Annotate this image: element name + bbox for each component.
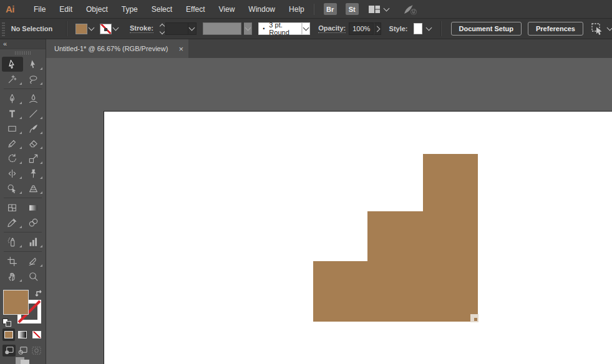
color-button[interactable] — [2, 328, 15, 341]
gradient-tool[interactable] — [23, 200, 44, 215]
swap-fill-stroke-icon[interactable] — [34, 289, 44, 298]
line-segment-tool[interactable] — [23, 106, 44, 121]
curvature-tool[interactable] — [23, 91, 44, 106]
tools-panel: « — [0, 39, 46, 364]
gpu-performance-button[interactable] — [402, 2, 419, 16]
menu-item-edit[interactable]: Edit — [52, 5, 79, 14]
flyout-indicator — [19, 226, 22, 228]
type-tool[interactable] — [2, 106, 23, 121]
pen-tool[interactable] — [2, 91, 23, 106]
gradient-icon — [27, 202, 39, 214]
menu-item-effect[interactable]: Effect — [179, 5, 211, 14]
selection-tool[interactable] — [2, 57, 23, 72]
fill-proxy-swatch[interactable] — [3, 290, 29, 315]
draw-inside-icon — [32, 347, 41, 355]
menu-item-select[interactable]: Select — [145, 5, 179, 14]
select-similar-control[interactable] — [590, 22, 612, 35]
draw-behind-button[interactable] — [16, 345, 29, 357]
width-tool[interactable] — [2, 166, 23, 181]
rectangle-icon — [6, 123, 18, 135]
stepper-down-icon[interactable] — [160, 29, 165, 34]
lasso-tool[interactable] — [23, 72, 44, 87]
symbol-sprayer-tool[interactable] — [2, 234, 23, 249]
document-setup-button[interactable]: Document Setup — [451, 22, 522, 36]
eyedropper-tool[interactable] — [2, 215, 23, 230]
none-button[interactable] — [31, 328, 43, 341]
flyout-indicator — [19, 245, 22, 247]
tools-panel-header[interactable]: « — [0, 39, 46, 49]
control-bar: No Selection Stroke: • 3 pt. — [0, 19, 612, 39]
menu-item-window[interactable]: Window — [241, 5, 282, 14]
canvas-pasteboard[interactable] — [46, 58, 612, 364]
flyout-indicator — [19, 132, 22, 134]
style-dropdown[interactable] — [427, 27, 431, 30]
menu-item-view[interactable]: View — [212, 5, 242, 14]
stroke-color-swatch[interactable] — [100, 24, 112, 34]
hand-tool[interactable] — [2, 269, 23, 284]
tab-close-icon[interactable]: × — [178, 45, 183, 53]
draw-normal-button[interactable] — [2, 345, 16, 357]
direct-selection-icon — [27, 59, 39, 70]
draw-inside-button[interactable] — [30, 345, 43, 357]
scale-tool[interactable] — [23, 151, 44, 166]
menu-item-object[interactable]: Object — [79, 5, 115, 14]
opacity-field[interactable]: 100% — [349, 22, 374, 35]
eraser-tool[interactable] — [23, 136, 44, 151]
mesh-tool[interactable] — [2, 200, 23, 215]
shape-builder-tool[interactable] — [2, 181, 23, 196]
column-graph-tool[interactable] — [23, 234, 44, 249]
staircase-shape[interactable] — [313, 154, 478, 322]
variable-width-profile-chevron — [244, 22, 252, 35]
puppet-warp-tool[interactable] — [23, 166, 44, 181]
bridge-button[interactable]: Br — [324, 3, 337, 15]
selection-icon — [6, 59, 18, 70]
toolbar-divider — [4, 89, 42, 89]
document-tab[interactable]: Untitled-1* @ 66.67% (RGB/Preview) × — [46, 39, 188, 58]
stroke-weight-field[interactable] — [165, 22, 188, 35]
zoom-tool[interactable] — [23, 269, 44, 284]
perspective-grid-tool[interactable] — [23, 181, 44, 196]
mesh-icon — [6, 202, 18, 214]
flyout-indicator — [19, 146, 22, 149]
screen-mode-icon[interactable] — [15, 357, 31, 364]
stroke-label[interactable]: Stroke: — [130, 24, 153, 33]
rotate-tool[interactable] — [2, 151, 23, 166]
opacity-dropdown[interactable] — [374, 22, 381, 35]
brush-definition-select[interactable]: • 3 pt. Round — [258, 22, 301, 35]
menubar-divider — [314, 4, 314, 15]
artboard[interactable] — [104, 111, 612, 364]
stroke-weight-stepper[interactable] — [160, 24, 164, 34]
control-bar-grip[interactable] — [2, 21, 5, 36]
draw-normal-icon — [4, 347, 14, 355]
opacity-label[interactable]: Opacity: — [318, 24, 346, 33]
slice-tool[interactable] — [23, 254, 44, 269]
tools-panel-grip[interactable] — [0, 49, 46, 57]
magic-wand-tool[interactable] — [2, 72, 23, 87]
blend-tool[interactable] — [23, 215, 44, 230]
flyout-indicator — [40, 245, 42, 247]
menu-item-type[interactable]: Type — [115, 5, 145, 14]
artboard-tool[interactable] — [2, 254, 23, 269]
workspace-switcher[interactable] — [368, 4, 389, 14]
perspective-grid-icon — [27, 183, 39, 194]
default-fill-stroke-icon[interactable] — [2, 318, 12, 327]
preferences-button[interactable]: Preferences — [528, 22, 583, 36]
fill-color-control[interactable] — [75, 24, 94, 34]
paintbrush-tool[interactable] — [23, 121, 44, 136]
direct-selection-tool[interactable] — [23, 57, 44, 72]
stroke-color-control[interactable] — [100, 24, 118, 34]
chevron-down-icon — [383, 5, 389, 11]
brush-definition-dropdown[interactable] — [302, 22, 311, 35]
menu-item-file[interactable]: File — [27, 5, 52, 14]
rectangle-tool[interactable] — [2, 121, 23, 136]
gradient-button[interactable] — [16, 328, 29, 341]
fill-color-swatch[interactable] — [75, 24, 87, 34]
menu-item-help[interactable]: Help — [282, 5, 311, 14]
stroke-weight-dropdown[interactable] — [188, 22, 197, 35]
collapse-panel-icon[interactable]: « — [3, 41, 7, 47]
stock-button[interactable]: St — [346, 3, 359, 15]
stepper-up-icon[interactable] — [160, 23, 165, 28]
shaper-tool[interactable] — [2, 136, 23, 151]
puppet-warp-icon — [27, 168, 39, 180]
style-swatch[interactable] — [414, 23, 422, 34]
